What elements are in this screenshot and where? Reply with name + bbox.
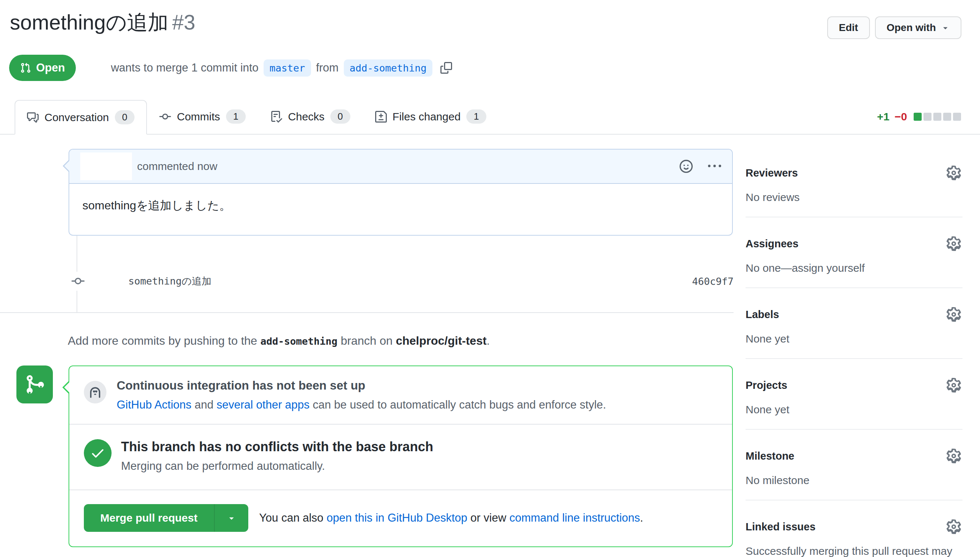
merge-pull-request-button[interactable]: Merge pull request (84, 504, 214, 532)
tab-checks-label: Checks (288, 111, 325, 123)
labels-title: Labels (746, 309, 779, 321)
github-desktop-link[interactable]: open this in GitHub Desktop (327, 511, 467, 524)
reviewers-title: Reviewers (746, 167, 798, 179)
edit-button[interactable]: Edit (827, 16, 870, 39)
tab-checks-count: 0 (330, 109, 350, 124)
base-branch-label[interactable]: master (263, 59, 311, 77)
redacted-username (80, 153, 132, 180)
assignees-title: Assignees (746, 238, 798, 250)
tab-files-changed-count: 1 (466, 109, 486, 124)
tab-files-changed[interactable]: Files changed 1 (363, 99, 499, 134)
comment-header: commented now (69, 150, 732, 184)
labels-content: None yet (746, 333, 962, 345)
command-line-link[interactable]: command line instructions (509, 511, 640, 524)
triangle-down-icon (227, 513, 236, 523)
open-with-button[interactable]: Open with (875, 16, 961, 39)
head-branch-label[interactable]: add-something (344, 59, 432, 77)
bot-avatar-icon (84, 381, 106, 404)
copy-branch-icon[interactable] (440, 62, 452, 74)
commit-sha-link[interactable]: 460c9f7 (692, 276, 733, 287)
git-merge-icon (16, 365, 53, 404)
pr-state-badge: Open (9, 55, 76, 81)
pr-tab-nav: Conversation 0 Commits 1 Checks 0 Files … (0, 99, 980, 135)
tab-files-changed-label: Files changed (393, 111, 461, 123)
gear-icon[interactable] (946, 449, 961, 463)
merge-alternatives-text: You can also open this in GitHub Desktop… (259, 511, 643, 524)
merge-options-dropdown[interactable] (214, 504, 248, 532)
git-pull-request-icon (20, 62, 31, 73)
ci-title: Continuous integration has not been set … (117, 379, 606, 393)
push-hint-branch: add-something (260, 336, 337, 347)
diffstat: +1 −0 (877, 111, 961, 123)
diffstat-block-neutral (943, 113, 951, 121)
assign-yourself-link[interactable]: assign yourself (792, 262, 865, 274)
sidebar-section-linked-issues: Linked issues Successfully merging this … (746, 520, 962, 557)
diffstat-block-neutral (923, 113, 931, 121)
commit-row: somethingの追加 460c9f7 (0, 269, 733, 293)
projects-title: Projects (746, 379, 787, 391)
pr-title-text: somethingの追加 (10, 11, 169, 34)
comment-header-actions (679, 160, 721, 173)
mergeable-section: This branch has no conflicts with the ba… (69, 425, 732, 490)
github-actions-link[interactable]: GitHub Actions (117, 398, 192, 411)
tab-commits-count: 1 (226, 109, 246, 124)
redacted-author-name (76, 59, 111, 77)
linked-issues-content: Successfully merging this pull request m… (746, 545, 962, 557)
assignees-no-one-text: No one— (746, 262, 792, 274)
triangle-down-icon (941, 23, 950, 32)
projects-content: None yet (746, 404, 962, 416)
diffstat-block-neutral (933, 113, 941, 121)
gear-icon[interactable] (946, 236, 961, 251)
from-word: from (316, 61, 339, 75)
tab-commits-label: Commits (177, 111, 220, 123)
git-commit-icon (72, 272, 85, 291)
ci-and-word: and (195, 398, 214, 411)
pr-state-label: Open (36, 61, 65, 75)
merge-status-box: Continuous integration has not been set … (68, 365, 733, 547)
checklist-icon (270, 111, 282, 122)
page-title: somethingの追加#3 (10, 9, 195, 37)
period-text: . (640, 511, 644, 524)
pr-sidebar: Reviewers No reviews Assignees No one—as… (746, 160, 962, 557)
header-actions: Edit Open with (827, 16, 961, 39)
merge-action-section: Merge pull request You can also open thi… (69, 490, 732, 546)
sidebar-section-milestone: Milestone No milestone (746, 449, 962, 500)
diffstat-block-neutral (953, 113, 961, 121)
pr-merge-summary: wants to merge 1 commit into master from… (111, 59, 452, 77)
edit-button-label: Edit (839, 22, 858, 34)
pr-description-comment: commented now somethingを追加しました。 (68, 149, 733, 236)
open-with-button-label: Open with (887, 22, 936, 34)
gear-icon[interactable] (946, 307, 961, 322)
merge-button-group: Merge pull request (84, 504, 248, 532)
gear-icon[interactable] (946, 378, 961, 393)
tab-commits[interactable]: Commits 1 (147, 99, 258, 134)
tab-conversation[interactable]: Conversation 0 (15, 100, 147, 135)
push-hint-mid: branch on (341, 334, 392, 347)
tab-conversation-count: 0 (115, 110, 135, 124)
diffstat-blocks (913, 113, 961, 121)
check-icon (84, 439, 112, 467)
smiley-icon[interactable] (679, 160, 693, 173)
diffstat-additions: +1 (877, 111, 890, 123)
milestone-title: Milestone (746, 450, 795, 462)
gear-icon[interactable] (946, 166, 961, 180)
gear-icon[interactable] (946, 520, 961, 534)
tab-checks[interactable]: Checks 0 (258, 99, 363, 134)
commit-message-link[interactable]: somethingの追加 (128, 275, 211, 288)
ci-rest-text: can be used to automatically catch bugs … (313, 398, 606, 411)
file-diff-icon (375, 111, 387, 122)
push-hint-pre: Add more commits by pushing to the (68, 334, 257, 347)
also-pre-text: You can also (259, 511, 323, 524)
sidebar-section-reviewers: Reviewers No reviews (746, 166, 962, 217)
other-apps-link[interactable]: several other apps (216, 398, 310, 411)
ci-subtitle: GitHub Actions and several other apps ca… (117, 398, 606, 412)
push-hint-repo: chelproc/git-test (396, 334, 487, 347)
push-hint-period: . (487, 334, 490, 347)
kebab-horizontal-icon[interactable] (708, 160, 721, 173)
ci-section: Continuous integration has not been set … (69, 366, 732, 425)
no-conflicts-title: This branch has no conflicts with the ba… (121, 439, 433, 454)
tab-conversation-label: Conversation (44, 111, 109, 124)
reviewers-content: No reviews (746, 191, 962, 204)
diffstat-deletions: −0 (895, 111, 907, 123)
linked-issues-title: Linked issues (746, 521, 816, 533)
